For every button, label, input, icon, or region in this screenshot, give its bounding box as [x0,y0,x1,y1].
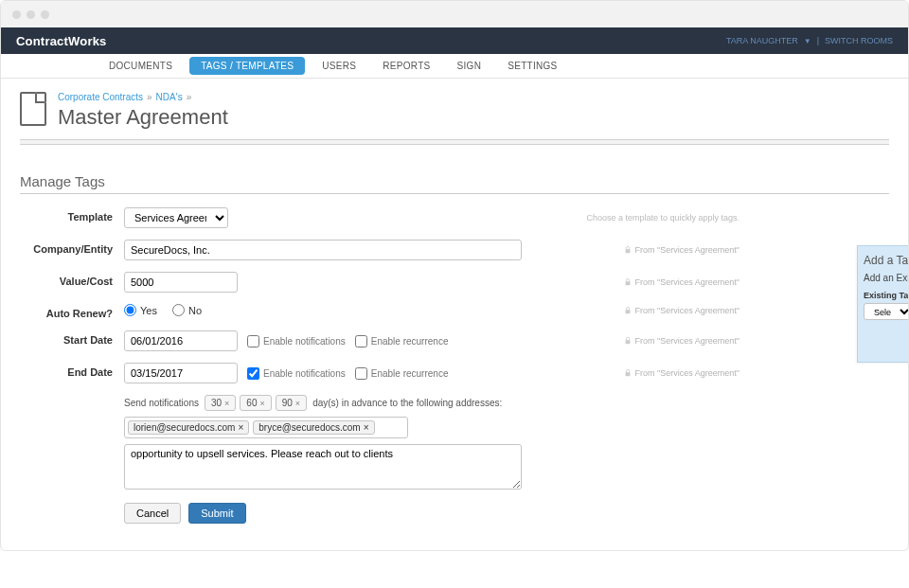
template-help: Choose a template to quickly apply tags. [586,213,740,223]
nav-tags-templates[interactable]: TAGS / TEMPLATES [189,57,305,75]
notif-day-chip[interactable]: 30× [205,395,236,411]
from-template-hint: From "Services Agreement" [635,336,740,346]
email-chip[interactable]: lorien@securedocs.com × [128,420,249,435]
close-icon[interactable]: × [364,422,369,433]
company-label: Company/Entity [20,240,124,255]
side-panel-tag-select[interactable]: Select a Tag [864,303,908,320]
side-panel-existing-label: Existing Tag [864,291,907,300]
from-template-hint: From "Services Agreement" [635,245,740,255]
cancel-button[interactable]: Cancel [124,503,181,524]
startdate-recur-checkbox[interactable]: Enable recurrence [355,335,449,347]
svg-rect-3 [625,341,630,345]
autorenew-no[interactable]: No [172,304,202,316]
lock-icon [624,278,632,286]
svg-rect-2 [625,310,630,313]
breadcrumb: Corporate Contracts » NDA's » [58,92,228,102]
startdate-notif-checkbox[interactable]: Enable notifications [247,335,346,347]
svg-rect-1 [625,282,630,286]
side-panel-sub: Add an Existing Tag [864,273,907,283]
close-icon[interactable]: × [259,399,264,408]
topbar: ContractWorks TARA NAUGHTER ▼ | SWITCH R… [1,27,908,54]
brand-logo: ContractWorks [16,34,107,48]
enddate-input[interactable] [124,363,238,383]
browser-chrome [1,1,908,27]
close-icon[interactable]: × [238,422,243,433]
notif-notes[interactable] [124,444,522,490]
caret-down-icon: ▼ [804,37,811,45]
template-select[interactable]: Services Agreement [124,207,228,228]
switch-rooms-link[interactable]: SWITCH ROOMS [825,36,893,45]
section-title: Manage Tags [20,173,889,194]
enddate-label: End Date [20,363,124,378]
nav-sign[interactable]: SIGN [444,54,495,78]
lock-icon [624,246,632,254]
user-menu[interactable]: TARA NAUGHTER [726,36,798,45]
nav-settings[interactable]: SETTINGS [494,54,570,78]
section-divider [20,139,889,145]
notif-day-chip[interactable]: 90× [276,395,307,411]
submit-button[interactable]: Submit [188,503,245,524]
from-template-hint: From "Services Agreement" [635,368,740,378]
value-label: Value/Cost [20,272,124,287]
notif-suffix: day(s) in advance to the following addre… [312,398,502,408]
side-panel-title: Add a Tag [864,254,907,267]
main-nav: DOCUMENTS TAGS / TEMPLATES USERS REPORTS… [1,54,908,79]
lock-icon [624,337,632,345]
from-template-hint: From "Services Agreement" [635,306,740,315]
autorenew-yes[interactable]: Yes [124,304,157,316]
lock-icon [624,369,632,377]
startdate-label: Start Date [20,330,124,346]
startdate-input[interactable] [124,330,238,351]
template-label: Template [20,207,124,223]
traffic-light-yellow[interactable] [27,10,35,19]
notif-email-input[interactable]: lorien@securedocs.com × bryce@securedocs… [124,417,408,438]
svg-rect-4 [625,373,630,377]
breadcrumb-link-ndas[interactable]: NDA's [156,92,183,102]
traffic-light-green[interactable] [41,10,49,19]
notif-day-chip[interactable]: 60× [240,395,271,411]
breadcrumb-link-corporate[interactable]: Corporate Contracts [58,92,143,102]
email-chip[interactable]: bryce@securedocs.com × [253,420,374,435]
add-tag-panel: Add a Tag Add an Existing Tag Existing T… [857,245,908,363]
document-icon [20,92,46,126]
lock-icon [624,307,632,314]
svg-rect-0 [625,250,630,254]
nav-documents[interactable]: DOCUMENTS [96,54,186,78]
from-template-hint: From "Services Agreement" [635,277,740,287]
value-input[interactable] [124,272,238,293]
enddate-recur-checkbox[interactable]: Enable recurrence [355,367,449,380]
notif-prefix: Send notifications [124,398,199,408]
autorenew-label: Auto Renew? [20,304,124,319]
close-icon[interactable]: × [224,399,229,408]
nav-users[interactable]: USERS [309,54,369,78]
nav-reports[interactable]: REPORTS [369,54,443,78]
page-title: Master Agreement [58,105,228,130]
traffic-light-red[interactable] [12,10,21,19]
close-icon[interactable]: × [295,399,300,408]
enddate-notif-checkbox[interactable]: Enable notifications [247,367,346,380]
company-input[interactable] [124,240,522,260]
